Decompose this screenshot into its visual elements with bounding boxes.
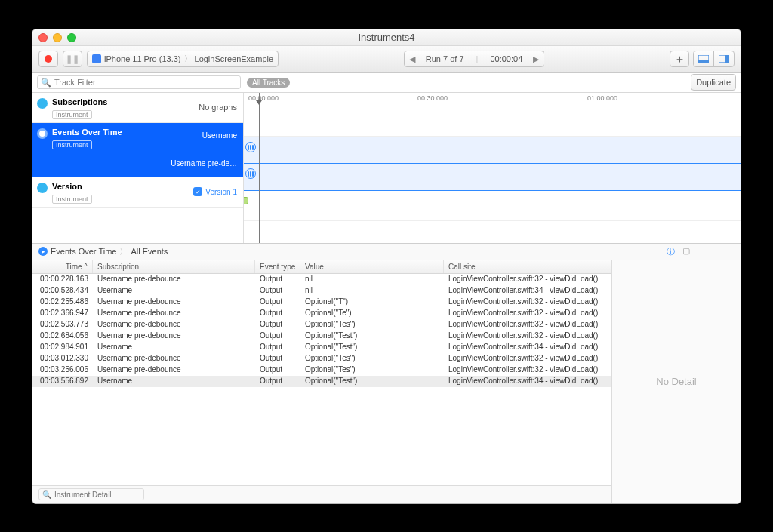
run-selector[interactable]: ◀ Run 7 of 7 | 00:00:04 ▶ [404, 51, 544, 67]
checkmark-icon: ✓ [193, 187, 202, 196]
cell-time: 00:02.255.486 [32, 297, 93, 308]
crumb-root[interactable]: Events Over Time [51, 247, 116, 256]
panel-toggle [694, 51, 735, 67]
table-row[interactable]: 00:02.503.773Username pre-debounceOutput… [32, 319, 611, 331]
track-filter-input[interactable] [54, 78, 237, 87]
table-row[interactable]: 00:02.684.056Username pre-debounceOutput… [32, 331, 611, 342]
detail-filter[interactable]: 🔍 [38, 488, 144, 500]
ruler-tick-label: 00:00.000 [248, 94, 279, 102]
cell-evt: Output [255, 297, 300, 308]
minimize-icon[interactable] [53, 33, 62, 42]
cell-sub: Username pre-debounce [93, 364, 255, 376]
pause-button[interactable]: ❚❚ [63, 51, 82, 67]
cell-sub: Username pre-debounce [93, 319, 255, 331]
timeline-lane-username[interactable] [244, 137, 741, 164]
event-marker-icon[interactable] [245, 142, 256, 152]
run-label: Run 7 of 7 [420, 54, 470, 63]
cell-val: nil [300, 274, 444, 285]
timeline-lane-predebounce[interactable] [244, 164, 741, 191]
cell-call: LoginViewController.swift:32 - viewDidLo… [444, 297, 611, 308]
table-row[interactable]: 00:02.984.901UsernameOutputOptional("Tes… [32, 342, 611, 353]
info-icon[interactable]: ⓘ [667, 246, 675, 257]
chevron-right-icon: 〉 [184, 54, 192, 64]
prev-run-icon[interactable]: ◀ [405, 54, 420, 64]
version-label: Version 1 [205, 188, 237, 196]
table-row[interactable]: 00:02.366.947Username pre-debounceOutput… [32, 308, 611, 319]
table-row[interactable]: 00:02.255.486Username pre-debounceOutput… [32, 297, 611, 308]
app-window: Instruments4 ❚❚ iPhone 11 Pro (13.3) 〉 L… [32, 29, 741, 504]
table-row[interactable]: 00:03.556.892UsernameOutputOptional("Tes… [32, 376, 611, 387]
playhead[interactable] [259, 93, 260, 243]
instrument-badge: Instrument [52, 140, 92, 149]
table-body[interactable]: 00:00.228.163Username pre-debounceOutput… [32, 274, 611, 485]
detail-filter-input[interactable] [54, 490, 140, 499]
document-icon[interactable]: ▢ [682, 246, 690, 257]
toggle-detail-button[interactable] [693, 51, 714, 67]
cell-time: 00:02.984.901 [32, 342, 93, 353]
no-detail-label: No Detail [656, 376, 696, 387]
cell-val: Optional("Test") [300, 342, 444, 353]
table-row[interactable]: 00:03.256.006Username pre-debounceOutput… [32, 364, 611, 376]
time-ruler[interactable]: 00:00.000 00:30.000 01:00.000 01:30.000 [244, 93, 741, 106]
event-marker-icon[interactable] [245, 168, 256, 179]
version-marker[interactable] [244, 197, 248, 204]
zoom-icon[interactable] [67, 33, 76, 42]
cell-time: 00:02.503.773 [32, 319, 93, 331]
table-row[interactable]: 00:00.528.434UsernameOutputnilLoginViewC… [32, 285, 611, 297]
table-row[interactable]: 00:00.228.163Username pre-debounceOutput… [32, 274, 611, 285]
toggle-inspector-button[interactable] [713, 51, 735, 67]
track-events-over-time[interactable]: Events Over Time Instrument Username Use… [32, 123, 243, 177]
table-row[interactable]: 00:03.012.330Username pre-debounceOutput… [32, 353, 611, 364]
cell-sub: Username pre-debounce [93, 331, 255, 342]
col-event-type[interactable]: Event type [255, 260, 300, 273]
tracks-sidebar: Subscriptions Instrument No graphs Event… [32, 93, 244, 243]
events-table: Time ^ Subscription Event type Value Cal… [32, 260, 612, 503]
track-filter[interactable]: 🔍 [37, 75, 241, 89]
crumb-leaf[interactable]: All Events [131, 247, 168, 256]
instrument-badge: Instrument [52, 195, 92, 204]
track-name: Subscriptions [52, 97, 194, 106]
target-selector[interactable]: iPhone 11 Pro (13.3) 〉 LoginScreenExampl… [87, 51, 279, 67]
traffic-lights [38, 33, 76, 42]
cell-call: LoginViewController.swift:34 - viewDidLo… [444, 285, 611, 297]
track-version[interactable]: Version Instrument ✓Version 1 [32, 177, 243, 208]
track-name: Events Over Time [52, 128, 166, 137]
titlebar[interactable]: Instruments4 [32, 29, 741, 46]
record-button[interactable] [38, 51, 58, 67]
timeline[interactable]: 00:00.000 00:30.000 01:00.000 01:30.000 [244, 93, 741, 243]
svg-rect-1 [698, 60, 709, 63]
toolbar: ❚❚ iPhone 11 Pro (13.3) 〉 LoginScreenExa… [32, 46, 741, 73]
cell-sub: Username pre-debounce [93, 308, 255, 319]
cell-sub: Username pre-debounce [93, 274, 255, 285]
window-title: Instruments4 [358, 32, 414, 43]
col-value[interactable]: Value [300, 260, 444, 273]
lane-label-predebounce: Username pre-de… [171, 159, 237, 168]
chevron-right-icon: 〉 [119, 246, 128, 257]
tracks-area: Subscriptions Instrument No graphs Event… [32, 93, 741, 244]
all-tracks-pill[interactable]: All Tracks [247, 78, 290, 88]
cell-time: 00:03.012.330 [32, 353, 93, 364]
col-call-site[interactable]: Call site [444, 260, 611, 273]
cell-call: LoginViewController.swift:32 - viewDidLo… [444, 353, 611, 364]
duplicate-button[interactable]: Duplicate [691, 74, 736, 91]
cell-evt: Output [255, 274, 300, 285]
add-instrument-button[interactable]: ＋ [670, 51, 689, 67]
close-icon[interactable] [38, 33, 48, 42]
cell-val: Optional("Tes") [300, 364, 444, 376]
col-subscription[interactable]: Subscription [93, 260, 255, 273]
cell-call: LoginViewController.swift:32 - viewDidLo… [444, 364, 611, 376]
cell-time: 00:02.366.947 [32, 308, 93, 319]
bottom-bar: 🔍 [32, 485, 611, 503]
chevron-right-icon[interactable]: ▸ [38, 247, 48, 256]
track-icon [37, 183, 48, 193]
cell-call: LoginViewController.swift:32 - viewDidLo… [444, 308, 611, 319]
cell-time: 00:03.556.892 [32, 376, 93, 387]
search-icon: 🔍 [41, 78, 51, 88]
cell-evt: Output [255, 353, 300, 364]
instrument-badge: Instrument [52, 110, 92, 119]
next-run-icon[interactable]: ▶ [528, 54, 544, 64]
col-time[interactable]: Time ^ [32, 260, 93, 273]
cell-sub: Username [93, 342, 255, 353]
timeline-lane-version [244, 191, 741, 221]
track-subscriptions[interactable]: Subscriptions Instrument No graphs [32, 93, 243, 123]
